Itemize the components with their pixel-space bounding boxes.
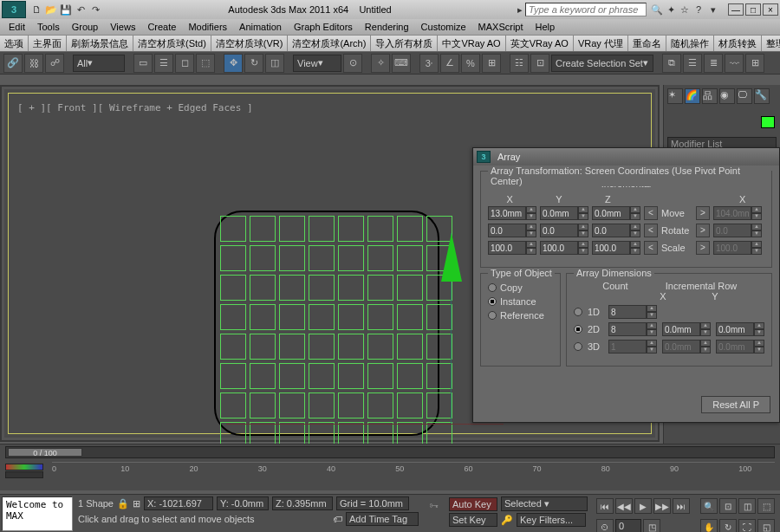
array-cell[interactable] bbox=[426, 304, 452, 330]
coord-x[interactable]: X: -1021.697 bbox=[144, 496, 213, 510]
lt-button[interactable]: < bbox=[644, 224, 658, 237]
spin-down-icon[interactable]: ▼ bbox=[578, 213, 588, 220]
spin-up-icon[interactable]: ▲ bbox=[578, 206, 588, 213]
spin-up-icon[interactable]: ▲ bbox=[754, 322, 764, 329]
scale-icon[interactable]: ◫ bbox=[265, 54, 284, 73]
lock-icon[interactable]: 🔒 bbox=[117, 498, 129, 509]
array-cell[interactable] bbox=[279, 363, 305, 389]
maximize-vp-icon[interactable]: ⛶ bbox=[738, 519, 756, 532]
array-cell[interactable] bbox=[309, 393, 335, 418]
spinner-input[interactable] bbox=[713, 206, 751, 220]
array-cell[interactable] bbox=[250, 304, 276, 330]
array-cell[interactable] bbox=[309, 363, 335, 389]
trackbar-row[interactable] bbox=[5, 471, 43, 478]
key-icon[interactable]: 🗝 bbox=[429, 500, 439, 510]
array-cell[interactable] bbox=[426, 363, 452, 389]
coord-z[interactable]: Z: 0.395mm bbox=[272, 496, 333, 510]
motion-tab-icon[interactable]: ◉ bbox=[719, 88, 735, 104]
array-cell[interactable] bbox=[338, 216, 364, 242]
spin-down-icon[interactable]: ▼ bbox=[630, 213, 640, 220]
spin-down-icon[interactable]: ▼ bbox=[751, 213, 762, 220]
array-cell[interactable] bbox=[309, 216, 335, 242]
spinner-input[interactable] bbox=[713, 224, 751, 237]
menu-grapheditors[interactable]: Graph Editors bbox=[289, 21, 358, 33]
menu-rendering[interactable]: Rendering bbox=[360, 21, 414, 33]
bind-icon[interactable]: ☍ bbox=[45, 54, 64, 73]
star-icon[interactable]: ☆ bbox=[678, 3, 692, 16]
array-cell[interactable] bbox=[367, 245, 393, 271]
keymode-dropdown[interactable]: Selected ▾ bbox=[501, 496, 588, 511]
spin-down-icon[interactable]: ▼ bbox=[578, 248, 588, 255]
array-cell[interactable] bbox=[426, 393, 452, 418]
array-cell[interactable] bbox=[397, 216, 423, 242]
keyfilters-button[interactable]: Key Filters... bbox=[517, 513, 586, 527]
maxscript-listener[interactable]: Welcome to MAX bbox=[2, 496, 73, 531]
next-frame-icon[interactable]: ▶▶ bbox=[653, 498, 671, 514]
act-5[interactable]: 清空材质球(Arch) bbox=[288, 36, 371, 51]
new-icon[interactable]: 🗋 bbox=[29, 3, 43, 16]
dialog-titlebar[interactable]: 3 Array bbox=[473, 148, 779, 165]
spin-down-icon[interactable]: ▼ bbox=[754, 347, 764, 354]
array-cell[interactable] bbox=[397, 275, 423, 301]
array-cell[interactable] bbox=[426, 334, 452, 360]
spinner-input[interactable] bbox=[488, 206, 526, 220]
spinner-input[interactable] bbox=[608, 305, 647, 319]
array-cell[interactable] bbox=[309, 245, 335, 271]
orbit-icon[interactable]: ↻ bbox=[719, 519, 737, 532]
array-cell[interactable] bbox=[220, 275, 246, 301]
lock-sel-icon[interactable]: ⊡ bbox=[530, 54, 549, 73]
array-cell[interactable] bbox=[279, 393, 305, 418]
spin-up-icon[interactable]: ▲ bbox=[647, 305, 657, 312]
array-cell[interactable] bbox=[397, 393, 423, 418]
help-icon[interactable]: ✦ bbox=[664, 3, 678, 16]
time-tag-field[interactable]: Add Time Tag bbox=[346, 512, 419, 526]
array-cell[interactable] bbox=[338, 363, 364, 389]
mirror-icon[interactable]: ⧉ bbox=[662, 54, 681, 73]
goto-end-icon[interactable]: ⏭ bbox=[673, 498, 690, 514]
trackbar-icon[interactable] bbox=[5, 464, 43, 470]
align-icon[interactable]: ☰ bbox=[683, 54, 702, 73]
goto-start-icon[interactable]: ⏮ bbox=[596, 498, 614, 514]
schematic-icon[interactable]: ⊞ bbox=[745, 54, 764, 73]
region-icon[interactable]: ◻ bbox=[175, 54, 194, 73]
hierarchy-tab-icon[interactable]: 品 bbox=[702, 88, 718, 104]
array-cell[interactable] bbox=[367, 216, 393, 242]
spin-up-icon[interactable]: ▲ bbox=[526, 241, 536, 248]
manip-icon[interactable]: ✧ bbox=[371, 54, 390, 73]
spinner-input[interactable] bbox=[488, 241, 526, 255]
gt-button[interactable]: > bbox=[696, 206, 710, 220]
array-cell[interactable] bbox=[338, 245, 364, 271]
menu-maxscript[interactable]: MAXScript bbox=[473, 21, 529, 33]
array-cell[interactable] bbox=[397, 245, 423, 271]
pan-icon[interactable]: ✋ bbox=[700, 519, 718, 532]
act-4[interactable]: 清空材质球(VR) bbox=[211, 36, 289, 51]
array-cell[interactable] bbox=[338, 334, 364, 360]
act-0[interactable]: 选项 bbox=[0, 36, 29, 51]
spinner-input[interactable] bbox=[592, 224, 630, 237]
act-10[interactable]: 重命名 bbox=[628, 36, 666, 51]
gt-button[interactable]: > bbox=[696, 241, 710, 255]
redo-icon[interactable]: ↷ bbox=[88, 3, 102, 16]
act-6[interactable]: 导入所有材质 bbox=[371, 36, 438, 51]
unlink-icon[interactable]: ⛓ bbox=[24, 54, 43, 73]
move-icon[interactable]: ✥ bbox=[224, 54, 243, 73]
array-cell[interactable] bbox=[338, 304, 364, 330]
spin-down-icon[interactable]: ▼ bbox=[630, 230, 640, 237]
spin-up-icon[interactable]: ▲ bbox=[630, 241, 640, 248]
maximize-button[interactable]: □ bbox=[745, 3, 761, 16]
act-12[interactable]: 材质转换 bbox=[714, 36, 762, 51]
array-cell[interactable] bbox=[220, 363, 246, 389]
spinner-input[interactable] bbox=[716, 322, 754, 336]
spin-down-icon[interactable]: ▼ bbox=[754, 329, 764, 336]
frame-field[interactable]: 0 bbox=[615, 519, 641, 532]
act-2[interactable]: 刷新场景信息 bbox=[67, 36, 133, 51]
array-cell[interactable] bbox=[367, 275, 393, 301]
menu-help[interactable]: Help bbox=[530, 21, 561, 33]
gizmo-arrow[interactable] bbox=[441, 233, 462, 282]
spin-down-icon[interactable]: ▼ bbox=[647, 347, 657, 354]
create-tab-icon[interactable]: ✶ bbox=[667, 88, 683, 104]
q-icon[interactable]: ? bbox=[692, 3, 705, 16]
prev-frame-icon[interactable]: ◀◀ bbox=[615, 498, 633, 514]
array-cell[interactable] bbox=[309, 304, 335, 330]
spinner-input[interactable] bbox=[608, 340, 647, 354]
